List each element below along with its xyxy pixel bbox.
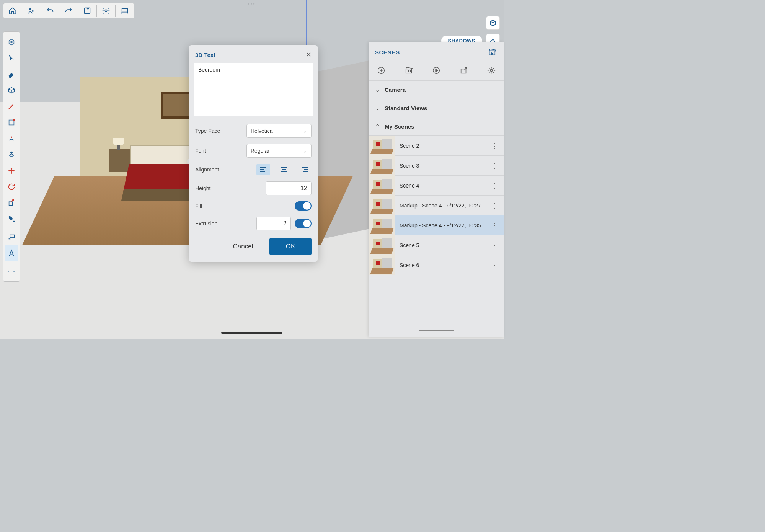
scenes-panel: SCENES ⌄ Camera ⌄ Standard Views ⌃ My Sc… [369, 42, 504, 337]
more-icon[interactable]: ⋮ [489, 221, 501, 230]
move-tool-icon[interactable] [5, 163, 18, 179]
height-input[interactable]: 12 [266, 181, 312, 195]
scene-item[interactable]: Scene 6⋮ [369, 255, 504, 275]
font-select[interactable]: Regular ⌄ [246, 144, 312, 158]
scene-item[interactable]: Scene 4⋮ [369, 176, 504, 196]
extrusion-toggle[interactable] [295, 219, 312, 228]
scene-name-label: Scene 4 [395, 183, 489, 189]
svg-point-25 [490, 69, 493, 72]
pushpull-tool-icon[interactable]: ⋮ [5, 147, 18, 163]
alignment-label: Alignment [195, 166, 219, 173]
scene-list: Scene 2⋮Scene 3⋮Scene 4⋮Markup - Scene 4… [369, 136, 504, 275]
scene-thumbnail [369, 215, 395, 235]
font-label: Font [195, 148, 206, 154]
scene-thumbnail [369, 156, 395, 176]
scene-thumbnail [369, 196, 395, 215]
svg-point-6 [13, 119, 15, 121]
text-input[interactable]: Bedroom [194, 63, 313, 116]
more-icon[interactable]: ⋮ [489, 181, 501, 190]
more-icon[interactable]: ⋮ [489, 142, 501, 150]
presentation-button[interactable] [116, 3, 134, 18]
more-icon[interactable]: ⋮ [489, 162, 501, 170]
close-icon[interactable]: ✕ [306, 51, 312, 59]
shape-tool-icon[interactable]: ⋮ [5, 114, 18, 131]
scene-item[interactable]: Scene 5⋮ [369, 235, 504, 255]
more-icon[interactable]: ⋮ [489, 261, 501, 269]
scene-name-label: Scene 2 [395, 143, 489, 149]
top-toolbar [3, 3, 134, 18]
chevron-down-icon: ⌄ [375, 104, 380, 112]
update-scene-icon[interactable] [403, 65, 414, 76]
scene-name-label: Markup - Scene 4 - 9/12/22, 10:35 AM [395, 222, 489, 228]
chevron-up-icon: ⌃ [375, 123, 380, 130]
align-right-button[interactable] [298, 164, 312, 175]
left-toolbar: ⋮ ⋮ ⋮ ⋮ ⋮ ⋮ ⋮ ··· [3, 31, 20, 282]
extrusion-label: Extrusion [195, 220, 217, 227]
scene-item[interactable]: Scene 2⋮ [369, 136, 504, 156]
more-icon[interactable]: ⋮ [489, 201, 501, 210]
3d-text-tool-icon[interactable] [5, 245, 18, 261]
play-scene-icon[interactable] [431, 65, 442, 76]
svg-rect-24 [461, 69, 466, 73]
scenes-settings-icon[interactable] [486, 65, 497, 76]
add-scene-icon[interactable] [376, 65, 387, 76]
scenes-clapper-icon[interactable] [487, 47, 497, 57]
chevron-down-icon: ⌄ [303, 128, 307, 134]
scene-item[interactable]: Markup - Scene 4 - 9/12/22, 10:27 AM⋮ [369, 196, 504, 215]
redo-button[interactable] [59, 3, 78, 18]
align-left-button[interactable] [256, 164, 270, 175]
select-tool-icon[interactable]: ⋮ [5, 50, 18, 66]
scale-tool-icon[interactable] [5, 195, 18, 211]
scene-name-label: Scene 3 [395, 163, 489, 169]
ok-button[interactable]: OK [269, 238, 312, 255]
scene-item[interactable]: Markup - Scene 4 - 9/12/22, 10:35 AM⋮ [369, 215, 504, 235]
3d-text-dialog: 3D Text ✕ Bedroom Type Face Helvetica ⌄ … [189, 45, 318, 262]
orbit-tool-icon[interactable] [5, 34, 18, 50]
dialog-title: 3D Text [195, 52, 215, 58]
dimension-tool-icon[interactable]: ⋮ [5, 229, 18, 245]
extrusion-input[interactable]: 2 [256, 217, 291, 230]
svg-point-1 [32, 10, 34, 12]
scene-item[interactable]: Scene 3⋮ [369, 156, 504, 176]
scene-name-label: Scene 5 [395, 242, 489, 248]
arc-tool-icon[interactable]: ⋮ [5, 131, 18, 147]
fill-label: Fill [195, 203, 202, 209]
export-scene-icon[interactable] [458, 65, 469, 76]
rotate-tool-icon[interactable] [5, 179, 18, 195]
align-center-button[interactable] [277, 164, 291, 175]
svg-rect-5 [9, 120, 14, 125]
chevron-down-icon: ⌄ [303, 148, 307, 154]
height-label: Height [195, 185, 210, 191]
home-button[interactable] [3, 3, 22, 18]
chevron-down-icon: ⌄ [375, 86, 380, 93]
more-tools-icon[interactable]: ··· [5, 263, 18, 279]
cube-icon[interactable] [486, 16, 500, 30]
svg-point-4 [11, 41, 12, 43]
svg-rect-8 [9, 202, 13, 205]
svg-point-9 [13, 221, 15, 222]
scene-name-label: Scene 6 [395, 262, 489, 268]
more-icon[interactable]: ⋮ [489, 241, 501, 250]
rectangle-tool-icon[interactable]: ⋮ [5, 82, 18, 98]
cancel-button[interactable]: Cancel [222, 238, 264, 255]
camera-section[interactable]: ⌄ Camera [369, 81, 504, 99]
settings-button[interactable] [97, 3, 115, 18]
undo-button[interactable] [41, 3, 59, 18]
import-button[interactable] [78, 3, 96, 18]
fill-toggle[interactable] [295, 201, 312, 211]
svg-point-3 [105, 10, 107, 12]
window-grabber[interactable]: ••• [248, 2, 256, 7]
share-button[interactable] [22, 3, 41, 18]
paint-tool-icon[interactable] [5, 211, 18, 227]
scene-thumbnail [369, 176, 395, 196]
scene-thumbnail [369, 235, 395, 255]
standard-views-section[interactable]: ⌄ Standard Views [369, 99, 504, 117]
svg-rect-10 [10, 235, 14, 238]
home-indicator [221, 332, 282, 334]
panel-resize-handle[interactable] [419, 330, 454, 331]
scene-thumbnail [369, 136, 395, 156]
typeface-select[interactable]: Helvetica ⌄ [246, 124, 312, 138]
my-scenes-section[interactable]: ⌃ My Scenes [369, 117, 504, 136]
pencil-tool-icon[interactable]: ⋮ [5, 98, 18, 114]
eraser-tool-icon[interactable] [5, 66, 18, 82]
